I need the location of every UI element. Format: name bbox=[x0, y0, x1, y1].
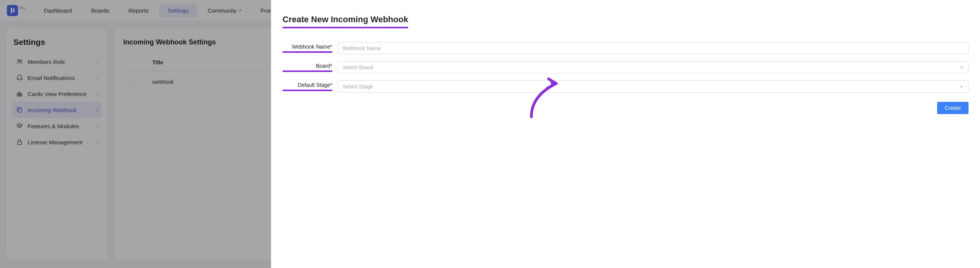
row-title: webhook bbox=[152, 79, 260, 85]
nav-boards[interactable]: Boards bbox=[83, 3, 118, 18]
sidebar-label: Features & Modules bbox=[28, 123, 92, 129]
svg-rect-3 bbox=[19, 92, 20, 96]
bell-icon bbox=[16, 74, 23, 81]
svg-rect-4 bbox=[21, 94, 22, 96]
create-webhook-modal: Create New Incoming Webhook Webhook Name… bbox=[271, 0, 980, 268]
chevron-right-icon: › bbox=[96, 91, 98, 97]
sidebar-label: Cards View Preference bbox=[28, 91, 92, 97]
sidebar-item-license-management[interactable]: License Management › bbox=[12, 134, 102, 150]
svg-rect-5 bbox=[18, 109, 22, 112]
default-stage-label: Default Stage* bbox=[283, 82, 332, 91]
webhook-name-input[interactable] bbox=[338, 42, 969, 54]
modal-footer: Create bbox=[283, 102, 969, 114]
nav-settings[interactable]: Settings bbox=[159, 3, 197, 18]
board-select[interactable]: Select Board ▼ bbox=[338, 61, 969, 74]
sidebar-title: Settings bbox=[12, 38, 102, 47]
pro-badge: Pro bbox=[20, 6, 26, 10]
nav-dashboard[interactable]: Dashboard bbox=[36, 3, 80, 18]
lock-icon bbox=[16, 139, 23, 145]
sidebar-item-email-notifications[interactable]: Email Notifications › bbox=[12, 70, 102, 86]
form-row-board: Board* Select Board ▼ bbox=[283, 61, 969, 74]
chevron-down-icon: ▼ bbox=[960, 65, 964, 70]
form-row-webhook-name: Webhook Name* bbox=[283, 42, 969, 54]
create-button[interactable]: Create bbox=[937, 102, 969, 114]
stage-placeholder: Select Stage bbox=[343, 83, 373, 90]
svg-point-0 bbox=[18, 60, 20, 62]
sidebar-item-cards-view[interactable]: Cards View Preference › bbox=[12, 86, 102, 102]
sidebar-label: Email Notifications bbox=[28, 75, 92, 81]
nav-community-label: Community bbox=[207, 7, 237, 14]
logo-icon bbox=[7, 5, 18, 16]
settings-sidebar: Settings Members Role › bbox=[7, 28, 107, 260]
expand-icon[interactable]: › bbox=[129, 79, 137, 85]
sidebar-item-features-modules[interactable]: Features & Modules › bbox=[12, 118, 102, 134]
board-label: Board* bbox=[283, 63, 332, 72]
modal-title: Create New Incoming Webhook bbox=[283, 15, 408, 28]
svg-point-1 bbox=[20, 60, 22, 61]
layers-icon bbox=[16, 123, 23, 129]
column-title: Title bbox=[152, 59, 260, 65]
chevron-right-icon: › bbox=[96, 139, 98, 145]
users-icon bbox=[16, 58, 23, 65]
sidebar-item-members-role[interactable]: Members Role › bbox=[12, 54, 102, 70]
copy-icon bbox=[16, 106, 23, 113]
sidebar-item-incoming-webhook[interactable]: Incoming Webhook › bbox=[12, 102, 102, 118]
webhook-name-label: Webhook Name* bbox=[283, 44, 332, 53]
chevron-right-icon: › bbox=[96, 123, 98, 129]
sidebar-label: License Management bbox=[28, 139, 92, 145]
sidebar-label: Incoming Webhook bbox=[28, 107, 92, 113]
default-stage-select[interactable]: Select Stage ▼ bbox=[338, 80, 969, 93]
chevron-right-icon: › bbox=[96, 75, 98, 81]
svg-rect-2 bbox=[17, 93, 18, 96]
sidebar-label: Members Role bbox=[28, 59, 92, 65]
chevron-right-icon: › bbox=[96, 107, 98, 113]
nav-community[interactable]: Community ↗ bbox=[199, 3, 250, 18]
board-placeholder: Select Board bbox=[343, 64, 373, 70]
external-link-icon: ↗ bbox=[238, 8, 242, 13]
chevron-down-icon: ▼ bbox=[960, 85, 964, 89]
svg-rect-6 bbox=[18, 142, 22, 145]
chevron-right-icon: › bbox=[96, 59, 98, 65]
nav-reports[interactable]: Reports bbox=[120, 3, 157, 18]
form-row-default-stage: Default Stage* Select Stage ▼ bbox=[283, 80, 969, 93]
logo[interactable]: Pro bbox=[7, 5, 26, 16]
bar-chart-icon bbox=[16, 90, 23, 97]
